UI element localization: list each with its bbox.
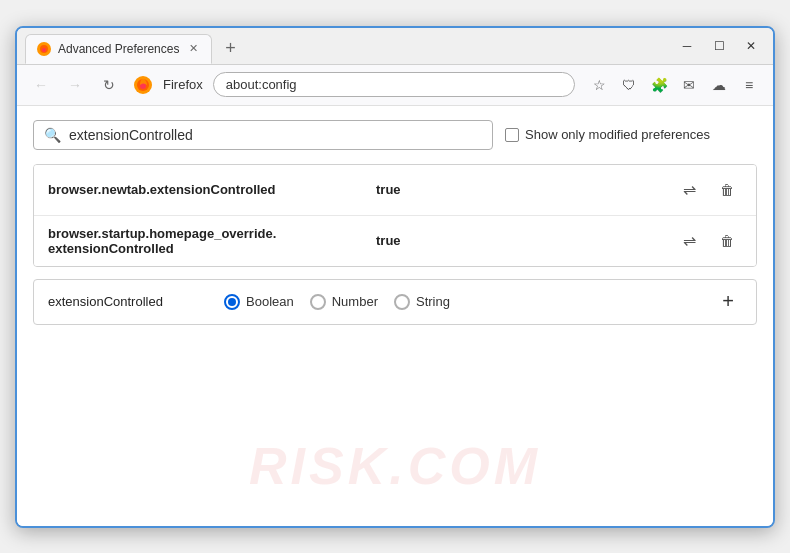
pref-actions-2 [674, 226, 742, 256]
add-preference-row: extensionControlled Boolean Number Strin… [33, 279, 757, 325]
tab-title: Advanced Preferences [58, 42, 179, 56]
pref-value-2: true [376, 233, 401, 248]
new-pref-name: extensionControlled [48, 294, 208, 309]
radio-boolean-circle [224, 294, 240, 310]
preferences-table: browser.newtab.extensionControlled true … [33, 164, 757, 267]
radio-string-circle [394, 294, 410, 310]
menu-icon[interactable]: ≡ [735, 71, 763, 99]
add-preference-button[interactable]: + [714, 288, 742, 316]
nav-icons: ☆ 🛡 🧩 ✉ ☁ ≡ [585, 71, 763, 99]
maximize-button[interactable]: ☐ [705, 35, 733, 57]
radio-number-circle [310, 294, 326, 310]
table-row: browser.startup.homepage_override. exten… [34, 216, 756, 266]
forward-button[interactable]: → [61, 71, 89, 99]
close-window-button[interactable]: ✕ [737, 35, 765, 57]
pref-name-2: browser.startup.homepage_override. exten… [48, 226, 368, 256]
nav-bar: ← → ↻ Firefox about:config ☆ 🛡 🧩 ✉ ☁ ≡ [17, 65, 773, 106]
show-modified-label: Show only modified preferences [525, 127, 710, 142]
address-bar[interactable]: about:config [213, 72, 575, 97]
search-bar: 🔍 Show only modified preferences [33, 120, 757, 150]
reload-button[interactable]: ↻ [95, 71, 123, 99]
pref-actions-1 [674, 175, 742, 205]
radio-string-label: String [416, 294, 450, 309]
radio-string[interactable]: String [394, 294, 450, 310]
type-radio-group: Boolean Number String [224, 294, 450, 310]
window-controls: ─ ☐ ✕ [673, 35, 765, 63]
extension-icon[interactable]: 🧩 [645, 71, 673, 99]
firefox-tab-icon [36, 41, 52, 57]
search-input[interactable] [69, 127, 482, 143]
firefox-logo-icon [133, 75, 153, 95]
browser-window: Advanced Preferences ✕ + ─ ☐ ✕ ← → ↻ Fir… [15, 26, 775, 528]
mail-icon[interactable]: ✉ [675, 71, 703, 99]
watermark: RISK.COM [249, 436, 541, 496]
pref-name-1: browser.newtab.extensionControlled [48, 182, 368, 197]
new-tab-button[interactable]: + [216, 35, 244, 63]
radio-boolean-label: Boolean [246, 294, 294, 309]
address-text: about:config [226, 77, 297, 92]
minimize-button[interactable]: ─ [673, 35, 701, 57]
table-row: browser.newtab.extensionControlled true [34, 165, 756, 216]
active-tab[interactable]: Advanced Preferences ✕ [25, 34, 212, 64]
pref-value-1: true [376, 182, 401, 197]
browser-name: Firefox [163, 77, 203, 92]
shield-icon[interactable]: 🛡 [615, 71, 643, 99]
radio-number-label: Number [332, 294, 378, 309]
radio-number[interactable]: Number [310, 294, 378, 310]
title-bar: Advanced Preferences ✕ + ─ ☐ ✕ [17, 28, 773, 65]
svg-point-2 [42, 48, 46, 52]
show-modified-wrapper: Show only modified preferences [505, 127, 710, 142]
content-area: RISK.COM 🔍 Show only modified preference… [17, 106, 773, 526]
delete-button-1[interactable] [712, 175, 742, 205]
reset-button-1[interactable] [674, 175, 704, 205]
back-button[interactable]: ← [27, 71, 55, 99]
search-input-wrapper[interactable]: 🔍 [33, 120, 493, 150]
reset-button-2[interactable] [674, 226, 704, 256]
account-icon[interactable]: ☁ [705, 71, 733, 99]
bookmark-icon[interactable]: ☆ [585, 71, 613, 99]
radio-boolean[interactable]: Boolean [224, 294, 294, 310]
search-icon: 🔍 [44, 127, 61, 143]
show-modified-checkbox[interactable] [505, 128, 519, 142]
tab-close-button[interactable]: ✕ [185, 41, 201, 57]
delete-button-2[interactable] [712, 226, 742, 256]
